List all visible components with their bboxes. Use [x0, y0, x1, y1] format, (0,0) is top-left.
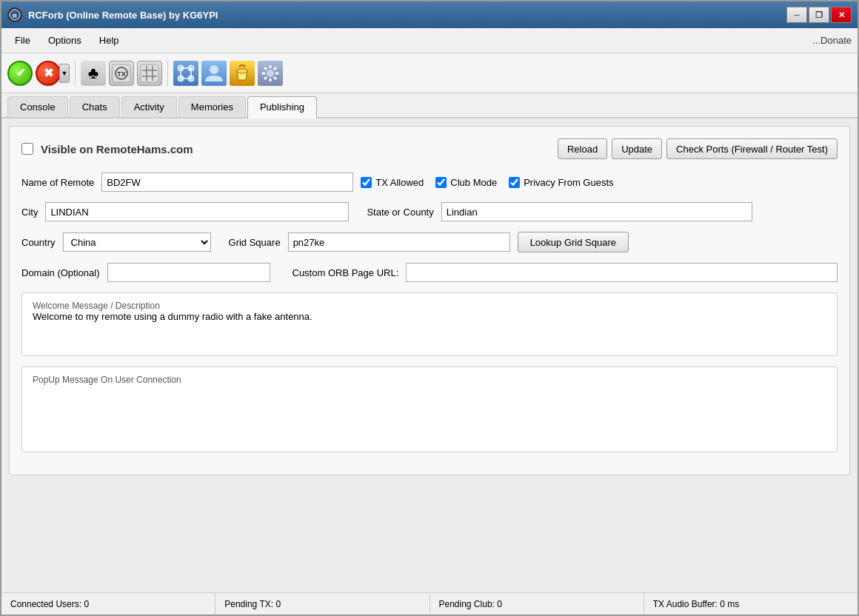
menu-items: File Options Help — [7, 33, 127, 48]
visible-checkbox[interactable] — [21, 143, 33, 155]
visible-label: Visible on RemoteHams.com — [41, 143, 193, 155]
grid-square-label: Grid Square — [229, 237, 281, 248]
status-connected-users: Connected Users: 0 — [1, 593, 215, 615]
tx-allowed-item: TX Allowed — [361, 177, 424, 188]
options-checkboxes: TX Allowed Club Mode Privacy From Guests — [361, 177, 613, 188]
club-mode-checkbox[interactable] — [435, 177, 447, 188]
welcome-group: Welcome Message / Description Welcome to… — [21, 292, 838, 356]
publishing-panel: Visible on RemoteHams.com Reload Update … — [9, 126, 850, 475]
disconnect-dropdown[interactable]: ▼ — [59, 64, 70, 83]
domain-label: Domain (Optional) — [21, 267, 100, 278]
custom-orb-input[interactable] — [406, 263, 838, 282]
svg-point-24 — [267, 70, 274, 77]
grid-button[interactable] — [137, 61, 162, 86]
welcome-legend: Welcome Message / Description — [30, 301, 826, 311]
main-window: R RCForb (Online Remote Base) by KG6YPI … — [0, 0, 859, 616]
settings-button[interactable] — [258, 61, 283, 86]
country-grid-row: Country China Afghanistan Albania France… — [21, 232, 838, 252]
network-button[interactable] — [173, 61, 198, 86]
welcome-textarea[interactable]: Welcome to my remote using a dummy radio… — [33, 311, 826, 344]
menu-help[interactable]: Help — [92, 33, 127, 48]
tab-publishing[interactable]: Publishing — [247, 96, 317, 118]
window-title: RCForb (Online Remote Base) by KG6YPI — [28, 10, 218, 21]
popup-group: PopUp Message On User Connection — [21, 366, 838, 452]
toolbar-sep-1 — [75, 60, 76, 87]
title-controls: ─ ❐ ✕ — [786, 7, 852, 23]
privacy-label: Privacy From Guests — [524, 177, 613, 188]
status-bar: Connected Users: 0 Pending TX: 0 Pending… — [1, 592, 858, 615]
bucket-button[interactable] — [230, 61, 255, 86]
svg-line-31 — [274, 67, 276, 70]
reload-button[interactable]: Reload — [558, 138, 607, 159]
tx-allowed-checkbox[interactable] — [361, 177, 372, 188]
menu-bar: File Options Help ...Donate — [1, 28, 858, 53]
title-bar-left: R RCForb (Online Remote Base) by KG6YPI — [7, 7, 218, 22]
tx-icon-svg: TX — [111, 63, 132, 84]
svg-point-20 — [210, 65, 218, 74]
app-icon: R — [7, 7, 22, 22]
bucket-icon — [230, 61, 255, 86]
domain-input[interactable] — [107, 263, 270, 282]
disconnect-icon: ✖ — [44, 66, 53, 80]
connect-button[interactable]: ✔ — [7, 61, 33, 86]
city-input[interactable] — [45, 202, 349, 221]
tab-chats[interactable]: Chats — [70, 96, 120, 117]
club-mode-label: Club Mode — [450, 177, 497, 188]
restore-button[interactable]: ❐ — [809, 7, 829, 23]
state-label: State or County — [367, 207, 433, 218]
update-button[interactable]: Update — [612, 138, 662, 159]
club-icon: ♣ — [88, 64, 98, 83]
connect-icon: ✔ — [16, 66, 25, 80]
menu-options[interactable]: Options — [41, 33, 89, 48]
popup-legend: PopUp Message On User Connection — [30, 375, 826, 385]
tx-allowed-label: TX Allowed — [375, 177, 424, 188]
tab-console[interactable]: Console — [7, 96, 68, 117]
svg-text:TX: TX — [117, 70, 126, 78]
status-pending-club: Pending Club: 0 — [430, 593, 644, 615]
user-icon — [201, 61, 227, 86]
toolbar: ✔ ✖ ▼ ♣ TX — [1, 53, 858, 93]
city-state-row: City State or County — [21, 202, 838, 221]
country-label: Country — [21, 237, 56, 248]
popup-textarea[interactable] — [33, 385, 826, 441]
country-select[interactable]: China Afghanistan Albania France Germany… — [63, 232, 211, 252]
close-button[interactable]: ✕ — [831, 7, 852, 23]
domain-orb-row: Domain (Optional) Custom ORB Page URL: — [21, 263, 838, 282]
name-remote-label: Name of Remote — [21, 177, 94, 188]
svg-rect-5 — [141, 64, 158, 82]
svg-rect-10 — [173, 61, 198, 86]
svg-text:R: R — [13, 13, 17, 19]
svg-line-29 — [264, 67, 267, 70]
settings-icon — [258, 61, 283, 86]
disconnect-button[interactable]: ✖ — [36, 61, 61, 86]
content-area: Visible on RemoteHams.com Reload Update … — [1, 118, 858, 592]
name-remote-row: Name of Remote TX Allowed Club Mode Priv… — [21, 173, 838, 192]
name-remote-input[interactable] — [101, 173, 353, 192]
grid-icon-svg — [139, 63, 160, 84]
privacy-item: Privacy From Guests — [509, 177, 613, 188]
club-button[interactable]: ♣ — [81, 61, 106, 86]
minimize-button[interactable]: ─ — [786, 7, 807, 23]
tx-button[interactable]: TX — [109, 61, 134, 86]
state-input[interactable] — [441, 202, 752, 221]
tab-activity[interactable]: Activity — [121, 96, 177, 117]
visible-row: Visible on RemoteHams.com Reload Update … — [21, 138, 838, 159]
donate-link[interactable]: ...Donate — [812, 35, 852, 46]
privacy-checkbox[interactable] — [509, 177, 520, 188]
svg-line-30 — [274, 77, 276, 79]
lookup-grid-button[interactable]: Lookup Grid Square — [518, 232, 629, 252]
tab-memories[interactable]: Memories — [178, 96, 246, 117]
status-tx-audio: TX Audio Buffer: 0 ms — [644, 593, 858, 615]
visible-left: Visible on RemoteHams.com — [21, 143, 193, 155]
title-bar: R RCForb (Online Remote Base) by KG6YPI … — [1, 1, 858, 28]
check-ports-button[interactable]: Check Ports (Firewall / Router Test) — [666, 138, 838, 159]
svg-line-32 — [264, 77, 267, 79]
menu-file[interactable]: File — [7, 33, 38, 48]
grid-square-input[interactable] — [288, 232, 510, 252]
city-label: City — [21, 207, 38, 218]
dropdown-arrow-icon: ▼ — [61, 70, 68, 77]
visible-right: Reload Update Check Ports (Firewall / Ro… — [558, 138, 838, 159]
disconnect-group: ✖ ▼ — [36, 61, 70, 86]
user-button[interactable] — [201, 61, 227, 86]
tab-bar: Console Chats Activity Memories Publishi… — [1, 93, 858, 118]
